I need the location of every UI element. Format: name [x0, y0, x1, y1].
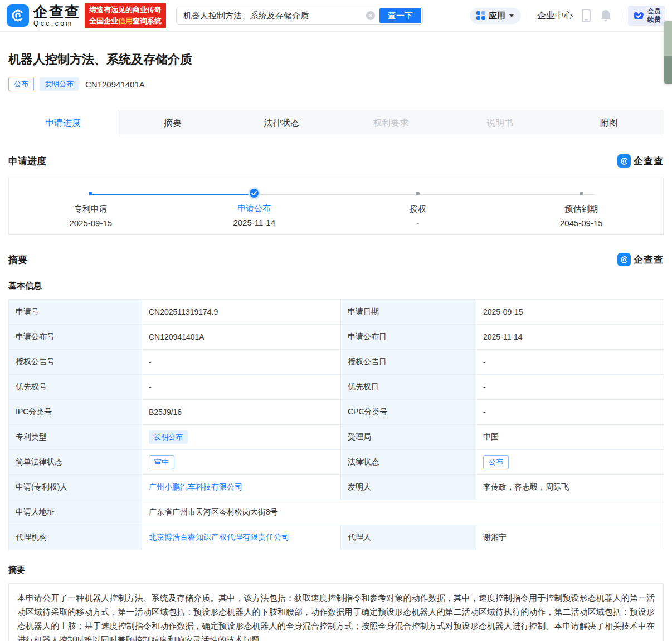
search-button[interactable]: 查一下 — [379, 8, 421, 23]
step-date: 2045-09-15 — [560, 218, 603, 228]
info-label: 受理局 — [341, 425, 476, 450]
qcc-mini-icon — [617, 253, 631, 266]
chevron-down-icon — [509, 14, 514, 17]
info-value: 2025-09-15 — [476, 300, 664, 325]
step-label: 预估到期 — [564, 204, 598, 214]
info-value: - — [476, 400, 664, 425]
tab-5[interactable]: 附图 — [554, 110, 664, 136]
step-date: 2025-11-14 — [233, 218, 275, 227]
info-label: 代理机构 — [9, 525, 142, 550]
table-row: 专利类型发明公布受理局中国 — [9, 425, 664, 450]
info-label: 优先权日 — [341, 375, 476, 400]
clear-search-icon[interactable]: ✕ — [366, 11, 375, 20]
step-label: 专利申请 — [74, 204, 108, 214]
step-label: 申请公布 — [237, 203, 271, 214]
patent-type-badge: 发明公布 — [40, 77, 79, 91]
entity-link[interactable]: 广州小鹏汽车科技有限公司 — [149, 482, 242, 491]
info-value: - — [142, 375, 341, 400]
tab-1[interactable]: 摘要 — [118, 110, 227, 136]
step-dot-icon — [580, 192, 583, 195]
step-date: - — [416, 218, 419, 228]
info-label: 申请(专利权)人 — [9, 475, 142, 500]
divider — [620, 11, 620, 21]
info-label: CPC分类号 — [341, 400, 476, 425]
brand-watermark: 企查查 — [617, 253, 664, 266]
info-label: 申请号 — [9, 300, 142, 325]
value-text: 李传政，容志毅，周际飞 — [483, 482, 569, 491]
patent-tag-row: 公布 发明公布 CN120941401A — [8, 77, 664, 91]
info-label: 授权公告号 — [9, 350, 142, 375]
timeline-step: 专利申请2025-09-15 — [9, 178, 173, 234]
tab-0[interactable]: 申请进度 — [8, 110, 118, 137]
qcc-logo[interactable]: 企查查 Qcc.com — [7, 4, 80, 27]
value-text: 广东省广州市天河区岑村松岗大街8号 — [149, 507, 278, 516]
info-value: - — [142, 350, 341, 375]
info-value: 2025-11-14 — [476, 325, 664, 350]
tab-4: 说明书 — [445, 110, 554, 136]
value-badge: 公布 — [483, 455, 509, 469]
vip-renew-button[interactable]: 会员 续费 — [628, 6, 665, 26]
step-date: 2025-09-15 — [69, 218, 112, 228]
value-text: 2025-09-15 — [483, 307, 523, 316]
info-value: 广东省广州市天河区岑村松岗大街8号 — [142, 500, 664, 525]
apps-menu[interactable]: 应用 — [470, 8, 521, 24]
value-text: - — [483, 408, 486, 417]
vip-crown-icon — [632, 10, 645, 21]
floating-side-widget[interactable] — [664, 21, 672, 84]
value-text: - — [483, 383, 486, 392]
info-label: 代理人 — [341, 525, 476, 550]
section-title-summary: 摘要 — [8, 253, 27, 266]
apps-label: 应用 — [489, 11, 505, 21]
info-label: 简单法律状态 — [9, 450, 142, 475]
timeline-step: 预估到期2045-09-15 — [500, 178, 664, 234]
info-label: 发明人 — [341, 475, 476, 500]
step-dot-icon — [89, 192, 92, 195]
value-text: CN202511319174.9 — [149, 307, 218, 316]
info-label: 授权公告日 — [341, 350, 476, 375]
page-title: 机器人控制方法、系统及存储介质 — [8, 51, 664, 68]
table-row: 授权公告号-授权公告日- — [9, 350, 664, 375]
info-label: 申请人地址 — [9, 500, 142, 525]
qcc-mini-icon — [617, 154, 631, 168]
table-row: 申请人地址广东省广州市天河区岑村松岗大街8号 — [9, 500, 664, 525]
basic-info-table: 申请号CN202511319174.9申请日期2025-09-15申请公布号CN… — [8, 299, 664, 550]
info-value: 北京博浩百睿知识产权代理有限责任公司 — [142, 525, 341, 550]
divider — [529, 11, 529, 21]
info-value: 审中 — [142, 450, 341, 475]
step-dot-icon — [416, 192, 420, 195]
info-label: 申请公布日 — [341, 325, 476, 350]
info-value: 发明公布 — [142, 425, 341, 450]
table-row: 申请公布号CN120941401A申请公布日2025-11-14 — [9, 325, 664, 350]
info-value: 李传政，容志毅，周际飞 — [476, 475, 664, 500]
timeline-step: 授权- — [336, 178, 500, 234]
value-text: 谢湘宁 — [483, 532, 507, 541]
info-label: 专利类型 — [9, 425, 142, 450]
enterprise-center-link[interactable]: 企业中心 — [537, 10, 573, 22]
value-badge: 发明公布 — [149, 430, 188, 444]
tab-2[interactable]: 法律状态 — [227, 110, 337, 136]
search-bar: ✕ 查一下 — [176, 7, 423, 25]
value-text: CN120941401A — [149, 332, 204, 341]
notifications-bell-icon[interactable] — [600, 8, 612, 23]
logo-domain: Qcc.com — [33, 20, 80, 27]
abstract-title: 摘要 — [8, 565, 664, 575]
info-value: 广州小鹏汽车科技有限公司 — [142, 475, 341, 500]
tab-bar: 申请进度摘要法律状态权利要求说明书附图 — [8, 110, 664, 136]
brand-watermark: 企查查 — [617, 154, 664, 168]
publication-number: CN120941401A — [85, 80, 145, 89]
basic-info-title: 基本信息 — [8, 281, 664, 291]
mobile-app-icon[interactable] — [581, 8, 592, 23]
value-text: - — [149, 383, 152, 392]
info-value: 谢湘宁 — [476, 525, 664, 550]
info-value: 中国 — [476, 425, 664, 450]
qcc-logo-icon — [7, 4, 29, 27]
search-input[interactable] — [183, 11, 366, 21]
logo-name: 企查查 — [33, 4, 80, 19]
entity-link[interactable]: 北京博浩百睿知识产权代理有限责任公司 — [149, 532, 289, 541]
progress-timeline: 专利申请2025-09-15申请公布2025-11-14授权-预估到期2045-… — [8, 178, 664, 235]
tab-3: 权利要求 — [336, 110, 445, 136]
table-row: IPC分类号B25J9/16CPC分类号- — [9, 400, 664, 425]
step-check-icon — [250, 189, 259, 198]
table-row: 代理机构北京博浩百睿知识产权代理有限责任公司代理人谢湘宁 — [9, 525, 664, 550]
brand-slogan: 缔造有远见的商业传奇 全国企业信用查询系统 — [85, 3, 166, 28]
